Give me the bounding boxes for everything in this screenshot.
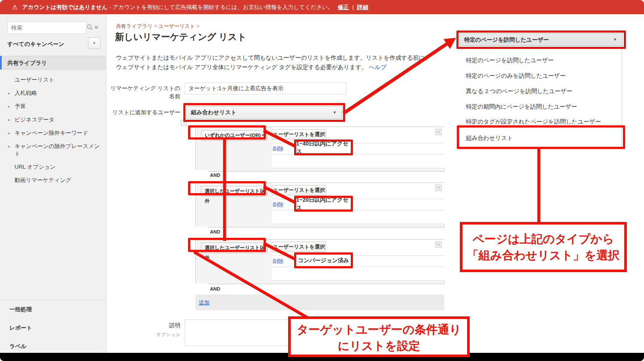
chevron-down-icon: ▼ [613,34,617,46]
and-separator-3: AND [210,286,220,291]
menu-item-visited-page[interactable]: 特定のページを訪問したユーザー [466,57,554,64]
sidebar-item-business-data[interactable]: ▸ ビジネスデータ [0,113,106,126]
name-field-label: リマーケティング リストの 名前 [99,84,180,100]
expand-arrow-icon[interactable]: ▸ [8,116,10,124]
highlight-value-2: 1~20日以内にアクセス [294,196,353,212]
sidebar-item-bulk-operations[interactable]: 一括処理 [0,300,106,319]
description-label: 説明 [99,321,180,329]
help-icon[interactable]: ? [181,120,187,126]
list-type-dropdown-value: 組み合わせリスト [191,109,237,115]
breadcrumb-separator: > [154,23,157,29]
fix-link[interactable]: 修正 [337,3,349,11]
search-input[interactable] [8,24,87,31]
chevron-down-icon: ▼ [261,243,264,253]
close-icon[interactable]: × [435,185,442,191]
name-label-line2: 名前 [99,92,180,100]
sidebar-item-label: URL オプション [15,164,56,170]
operator-dropdown-value: 選択したユーザーリスト以外 [205,188,265,203]
page-description: ウェブサイトまたはモバイル アプリにアクセスして間もないユーザーのリストを作成し… [116,53,431,72]
description-field-label: 説明 オプション [99,321,180,339]
sidebar-item-reports[interactable]: レポート [0,319,106,337]
sidebar-item-campaign-negative-keywords[interactable]: ▸ キャンペーン除外キーワード [0,126,106,140]
operator-dropdown-3[interactable]: 選択したユーザーリスト以外 ▼ [201,243,267,253]
menu-item-visited-only-page[interactable]: 特定のページのみを訪問したユーザー [466,72,566,80]
sidebar-bottom-nav: 一括処理 レポート ラベル [0,300,106,355]
delete-link-3[interactable]: 削除 [273,258,283,265]
select-user-list-button-2[interactable]: ユーザーリストを選択 [272,185,326,195]
description-optional-label: オプション [99,331,180,339]
sidebar-item-url-options[interactable]: URL オプション [0,160,106,173]
arrowhead-icon [444,38,456,49]
and-separator-1: AND [210,173,220,178]
chevron-down-icon: ▼ [261,186,264,196]
sidebar-item-label: ユーザーリスト [15,76,55,83]
link-separator: | [352,4,353,10]
sidebar-item-label: 動画リマーケティング [15,177,71,183]
menu-item-visited-tagged-page[interactable]: 特定のタグが設定されたページを訪問したユーザー [466,118,601,126]
collapse-sidebar-button[interactable]: « [94,23,98,31]
description-line2: ウェブサイトまたはモバイル アプリ全体にリマーケティング タグを設定する必要があ… [116,64,367,70]
add-link[interactable]: 追加 [199,299,210,306]
help-link[interactable]: ヘルプ [369,64,386,70]
sidebar-item-label: キャンペーンの除外プレースメント [15,143,100,157]
adwords-window: ⚠ アカウントは有効ではありません - アカウントを有効にして広告掲載を開始する… [0,0,644,361]
menu-divider [458,124,622,124]
alert-bold-text: アカウントは有効ではありません [22,3,107,11]
sidebar-item-video-remarketing[interactable]: 動画リマーケティング [0,173,106,187]
sidebar-item-user-lists[interactable]: ユーザーリスト [0,73,106,86]
breadcrumb-shared-library[interactable]: 共有ライブラリ [116,23,152,29]
list-name-input[interactable] [185,82,346,94]
breadcrumb-separator: > [197,23,200,29]
operator-dropdown-2[interactable]: 選択したユーザーリスト以外 ▼ [201,186,267,197]
search-icon [87,24,93,32]
menu-item-combination-list[interactable]: 組み合わせリスト [466,134,513,142]
alert-text: - アカウントを有効にして広告掲載を開始するには、お支払い情報を入力してください… [109,3,333,11]
operator-dropdown-1[interactable]: いずれかのユーザー(OR) ▼ [201,130,267,141]
page-title: 新しいリマーケティング リスト [115,31,246,43]
note-line: ターゲットユーザーの条件通り [291,322,467,338]
close-icon[interactable]: × [435,129,442,135]
sidebar-item-bid-strategies[interactable]: ▸ 入札戦略 [0,86,106,100]
page-type-dropdown[interactable]: 特定のページを訪問したユーザー ▼ [459,33,623,46]
operator-dropdown-value: いずれかのユーザー(OR) [205,133,261,138]
description-line1: ウェブサイトまたはモバイル アプリにアクセスして間もないユーザーのリストを作成し… [116,53,431,63]
sidebar-section-shared-library[interactable]: 共有ライブラリ [0,56,106,70]
and-separator-2: AND [210,229,220,234]
close-icon[interactable]: × [435,241,442,248]
all-campaigns-label[interactable]: すべてのキャンペーン [7,40,64,48]
menu-item-visited-in-period[interactable]: 特定の期間内にページを訪問したユーザー [466,103,577,111]
breadcrumb: 共有ライブラリ > ユーザーリスト > [116,23,200,30]
select-user-list-button-1[interactable]: ユーザーリストを選択 [272,129,326,140]
sidebar-item-label: 入札戦略 [15,90,37,96]
members-label-text: リストに追加するユーザー [99,108,180,116]
expand-arrow-icon[interactable]: ▸ [8,103,10,110]
expand-arrow-icon[interactable]: ▸ [8,143,10,150]
delete-link-2[interactable]: 削除 [273,201,283,209]
all-campaigns-dropdown-button[interactable]: ▼ [88,37,100,49]
delete-link-1[interactable]: 削除 [273,146,283,153]
highlight-value-3: コンバージョン済み [294,252,353,268]
sidebar-item-campaign-excluded-placements[interactable]: ▸ キャンペーンの除外プレースメント [0,140,106,160]
note-line: ページは上記のタイプから [462,231,624,247]
search-box[interactable] [7,21,86,34]
chevron-down-icon: ▼ [261,130,264,140]
list-type-dropdown[interactable]: 組み合わせリスト ▼ [186,106,342,119]
empty-condition-row [222,285,380,293]
detail-link[interactable]: 詳細 [357,3,368,11]
and-notch [195,170,208,178]
sidebar-nav: ユーザーリスト ▸ 入札戦略 ▸ 予算 ▸ ビジネスデータ ▸ キャンペーン除外… [0,73,106,187]
sidebar-item-label: キャンペーン除外キーワード [15,130,88,136]
and-notch [195,227,208,235]
expand-arrow-icon[interactable]: ▸ [8,90,10,97]
name-label-line1: リマーケティング リストの [99,84,180,92]
sidebar: « すべてのキャンペーン ▼ 共有ライブラリ ユーザーリスト ▸ 入札戦略 ▸ … [0,14,106,353]
sidebar-item-label: 予算 [15,103,26,109]
sidebar-item-label: ビジネスデータ [15,116,55,123]
expand-arrow-icon[interactable]: ▸ [8,130,10,137]
breadcrumb-user-lists[interactable]: ユーザーリスト [158,23,195,29]
menu-item-visited-two-pages[interactable]: 異なる 2 つのページを訪問したユーザー [466,88,572,95]
select-user-list-button-3[interactable]: ユーザーリストを選択 [272,242,326,252]
sidebar-item-budgets[interactable]: ▸ 予算 [0,100,106,113]
note-line: にリストを設定 [291,338,467,354]
chevron-down-icon: ▼ [333,106,337,118]
